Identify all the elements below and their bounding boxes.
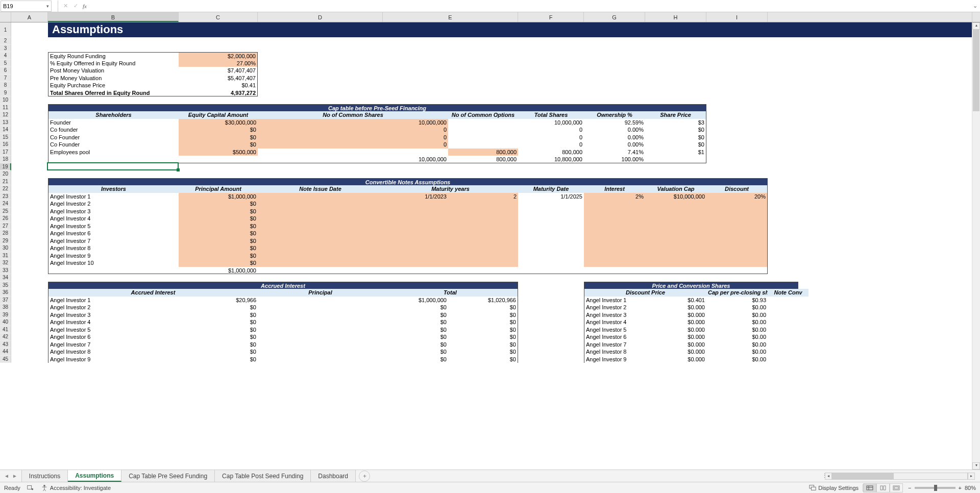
cell[interactable]: $0 — [179, 200, 258, 208]
cell[interactable]: 20% — [706, 193, 768, 201]
row-1[interactable]: 1 — [0, 22, 11, 37]
cell[interactable]: 2 — [448, 193, 518, 201]
cell[interactable] — [645, 244, 706, 252]
cell[interactable]: $0.401 — [645, 297, 706, 304]
scroll-up-icon[interactable]: ▴ — [972, 22, 980, 30]
row-9[interactable]: 9 — [0, 89, 11, 97]
fx-icon[interactable]: fx — [81, 3, 89, 9]
table-row[interactable]: Angel Investor 3 — [584, 311, 645, 319]
chevron-down-icon[interactable]: ▾ — [46, 4, 49, 9]
row-24[interactable]: 24 — [0, 200, 11, 208]
cell[interactable]: 10,000,000 — [518, 119, 584, 127]
table-row[interactable]: Founder — [48, 119, 179, 127]
col-D[interactable]: D — [258, 12, 383, 22]
cell[interactable] — [258, 252, 448, 260]
zoom-out-button[interactable]: − — [908, 485, 911, 491]
row-33[interactable]: 33 — [0, 267, 11, 275]
cell[interactable] — [448, 215, 518, 223]
cell[interactable]: 7.41% — [584, 149, 645, 156]
table-row[interactable]: Angel Investor 1 — [584, 297, 645, 304]
cell[interactable]: $0 — [179, 237, 258, 245]
row-36[interactable]: 36 — [0, 289, 11, 297]
row-29[interactable]: 29 — [0, 237, 11, 245]
cell[interactable] — [448, 126, 518, 134]
row-19[interactable]: 19 — [0, 163, 11, 171]
assump-value[interactable]: $7,407,407 — [179, 67, 258, 75]
cell[interactable] — [706, 244, 768, 252]
cell[interactable] — [518, 230, 584, 237]
cell[interactable]: 92.59% — [584, 119, 645, 127]
cancel-icon[interactable]: ✕ — [60, 1, 70, 12]
table-row[interactable]: Employees pool — [48, 149, 179, 156]
cell[interactable]: $0 — [150, 326, 258, 334]
row-44[interactable]: 44 — [0, 348, 11, 356]
table-row[interactable]: Angel Investor 9 — [584, 356, 645, 363]
row-16[interactable]: 16 — [0, 141, 11, 149]
expand-formula-bar-icon[interactable]: ⌄ — [970, 3, 980, 9]
cell[interactable]: $0 — [150, 348, 258, 356]
cell[interactable]: $0 — [179, 252, 258, 260]
sheet-tab[interactable]: Cap Table Pre Seed Funding — [121, 470, 215, 482]
col-G[interactable]: G — [584, 12, 645, 22]
cell[interactable]: 2% — [584, 193, 645, 201]
row-2[interactable]: 2 — [0, 37, 11, 45]
cell[interactable] — [584, 244, 645, 252]
cell[interactable] — [448, 119, 518, 127]
table-row[interactable]: Angel Investor 5 — [48, 223, 179, 230]
cell[interactable] — [706, 200, 768, 208]
cell[interactable] — [645, 259, 706, 267]
cell[interactable]: $0 — [645, 126, 706, 134]
cell[interactable] — [518, 223, 584, 230]
table-row[interactable]: Angel Investor 10 — [48, 259, 179, 267]
cell[interactable] — [258, 149, 448, 156]
cell[interactable] — [448, 200, 518, 208]
cell[interactable] — [706, 208, 768, 215]
cell[interactable] — [448, 237, 518, 245]
cell[interactable]: 1/1/2023 — [258, 193, 448, 201]
cell[interactable]: 0 — [518, 134, 584, 141]
cell[interactable]: $0.00 — [706, 356, 768, 363]
cell[interactable] — [258, 259, 448, 267]
table-row[interactable]: Angel Investor 4 — [48, 318, 150, 326]
cell[interactable] — [448, 208, 518, 215]
table-row[interactable]: Angel Investor 9 — [48, 356, 150, 363]
zoom-value[interactable]: 80% — [965, 485, 976, 491]
cell[interactable]: $0.00 — [706, 318, 768, 326]
table-row[interactable]: Angel Investor 8 — [48, 244, 179, 252]
table-row[interactable]: Angel Investor 8 — [48, 348, 150, 356]
cell[interactable] — [518, 252, 584, 260]
cell[interactable] — [448, 230, 518, 237]
table-row[interactable]: Angel Investor 2 — [48, 304, 150, 311]
table-row[interactable]: Co Founder — [48, 134, 179, 141]
cell[interactable]: $0 — [258, 348, 448, 356]
cell[interactable]: $0 — [448, 341, 518, 349]
cell[interactable]: $0.00 — [706, 348, 768, 356]
cell[interactable]: $0 — [448, 333, 518, 341]
table-row[interactable]: Angel Investor 4 — [48, 215, 179, 223]
table-row[interactable]: Angel Investor 3 — [48, 208, 179, 215]
cell[interactable]: $0 — [258, 333, 448, 341]
row-22[interactable]: 22 — [0, 185, 11, 193]
row-6[interactable]: 6 — [0, 67, 11, 75]
cell[interactable]: $0 — [150, 311, 258, 319]
cell[interactable] — [258, 223, 448, 230]
view-normal-icon[interactable] — [863, 483, 876, 492]
cell[interactable]: $0 — [179, 215, 258, 223]
cell[interactable] — [448, 223, 518, 230]
cell[interactable] — [584, 215, 645, 223]
formula-input[interactable] — [89, 1, 970, 12]
cell[interactable]: $0 — [645, 134, 706, 141]
row-40[interactable]: 40 — [0, 318, 11, 326]
table-row[interactable]: Angel Investor 1 — [48, 193, 179, 201]
table-row[interactable]: Angel Investor 6 — [584, 333, 645, 341]
cell[interactable] — [584, 223, 645, 230]
row-14[interactable]: 14 — [0, 126, 11, 134]
cell[interactable]: $10,000,000 — [645, 193, 706, 201]
cell[interactable] — [448, 134, 518, 141]
cell[interactable]: $20,966 — [150, 297, 258, 304]
cell[interactable]: $0 — [448, 348, 518, 356]
cell[interactable]: $0 — [179, 126, 258, 134]
row-35[interactable]: 35 — [0, 282, 11, 289]
cell[interactable] — [518, 244, 584, 252]
cell[interactable] — [706, 230, 768, 237]
